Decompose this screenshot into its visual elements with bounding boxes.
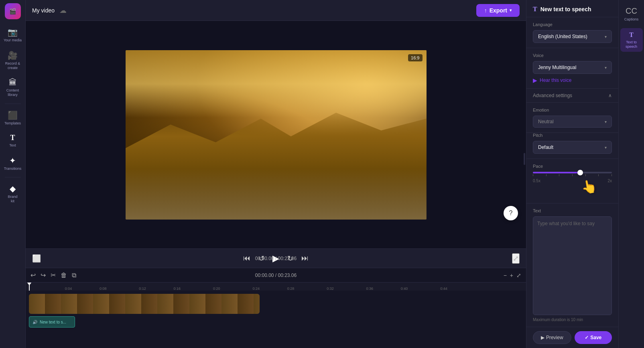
pace-slider-labels: 0.5x 2x	[533, 179, 612, 183]
fullscreen-button[interactable]: ⤢	[512, 253, 520, 264]
export-button[interactable]: ↑ Export ▾	[476, 4, 520, 17]
tts-track-label: New text to s...	[40, 320, 66, 324]
sidebar-item-brand-kit[interactable]: ◆ Brandkit	[2, 181, 24, 207]
emotion-label: Emotion	[533, 108, 612, 112]
pace-slider-container: 0.5x 2x	[533, 172, 612, 183]
timeline-toolbar: ↩ ↪ ✂ 🗑 ⧉ 00:00.00 / 00:23.06 − + ⤢	[26, 268, 526, 283]
undo-button[interactable]: ↩	[30, 271, 36, 279]
zoom-out-button[interactable]: −	[504, 272, 507, 279]
pace-slider-fill	[533, 172, 580, 173]
preview-icon: ▶	[541, 335, 544, 340]
help-button[interactable]: ?	[504, 206, 518, 220]
aspect-ratio-badge: 16:9	[408, 54, 422, 61]
sidebar-item-label: Record &create	[5, 61, 20, 70]
video-track-thumbnails	[29, 294, 260, 314]
delete-button[interactable]: 🗑	[61, 272, 67, 279]
voice-section: Voice Jenny Multilingual ▾ ▶ Hear this v…	[526, 48, 618, 89]
advanced-settings-chevron-icon: ∧	[608, 93, 612, 98]
save-checkmark-icon: ✓	[585, 335, 589, 340]
time-display: 00:00.00 / 00:23.06	[255, 256, 297, 261]
pitch-label: Pitch	[533, 133, 612, 138]
current-time: 00:00.00	[255, 256, 274, 261]
sidebar-item-your-media[interactable]: 📷 Your media	[2, 24, 24, 46]
video-preview[interactable]: 16:9	[126, 50, 427, 220]
hear-voice-button[interactable]: ▶ Hear this voice	[533, 77, 571, 83]
sidebar-item-transitions[interactable]: ✦ Transitions	[2, 153, 24, 174]
panel-header: T New text to speech	[526, 0, 618, 17]
text-label: Text	[533, 208, 612, 213]
sidebar-item-label: Your media	[4, 38, 22, 43]
sidebar-divider	[5, 104, 21, 104]
cut-button[interactable]: ✂	[51, 271, 56, 279]
captions-item[interactable]: CC Captions	[623, 3, 640, 25]
record-create-icon: 🎥	[8, 51, 18, 60]
app-logo[interactable]: 🎬	[5, 3, 21, 19]
preview-button[interactable]: ▶ Preview	[533, 331, 571, 344]
pitch-dropdown[interactable]: Default ▾	[533, 141, 612, 154]
voice-dropdown-arrow-icon: ▾	[605, 65, 607, 70]
language-section: Language English (United States) ▾	[526, 17, 618, 48]
sidebar-item-label: Templates	[4, 121, 21, 126]
skip-back-button[interactable]: ⏮	[243, 254, 250, 263]
pace-section: Pace 0.5x 2x 👆	[526, 159, 618, 204]
ruler-tick: 0:44	[440, 287, 447, 291]
text-input[interactable]	[533, 216, 612, 315]
video-track[interactable]	[29, 294, 260, 314]
brand-kit-icon: ◆	[10, 184, 16, 193]
ruler-tick: 0:04	[65, 287, 72, 291]
subtitles-icon[interactable]: ⬜	[32, 254, 41, 263]
sidebar-item-label: Brandkit	[8, 195, 17, 204]
playback-bar: ⬜ ⏮ ↺ ▶ ↻ ⏭ 00:00.00 / 00:23.06 ⤢	[26, 248, 526, 268]
pace-max-label: 2x	[607, 179, 612, 183]
pace-slider-track	[533, 172, 612, 173]
save-label: Save	[590, 335, 601, 340]
sidebar-item-text[interactable]: T Text	[2, 130, 24, 151]
fit-button[interactable]: ⤢	[516, 272, 521, 279]
sidebar-item-label: Contentlibrary	[6, 88, 19, 97]
sidebar-item-record-create[interactable]: 🎥 Record &create	[2, 47, 24, 73]
pitch-selected: Default	[538, 144, 553, 150]
emotion-section: Emotion Neutral ▾	[526, 103, 618, 133]
save-button[interactable]: ✓ Save	[575, 331, 612, 344]
sidebar-divider-2	[5, 177, 21, 177]
preview-label: Preview	[546, 335, 563, 340]
timeline-time: 00:00.00 / 00:23.06	[255, 273, 297, 278]
timeline-area: ↩ ↪ ✂ 🗑 ⧉ 00:00.00 / 00:23.06 − + ⤢ 0:04…	[26, 268, 526, 348]
captions-label: Captions	[624, 17, 639, 22]
total-time: 00:23.06	[278, 256, 297, 261]
voice-dropdown[interactable]: Jenny Multilingual ▾	[533, 61, 612, 74]
duplicate-button[interactable]: ⧉	[72, 272, 76, 279]
pace-min-label: 0.5x	[533, 179, 540, 183]
timeline-ruler: 0:04 0:08 0:12 0:16 0:20 0:24 0:28 0:32 …	[26, 283, 526, 291]
tts-sidebar-item[interactable]: T Text tospeech	[620, 28, 643, 52]
panel-header-icon: T	[533, 6, 537, 13]
advanced-settings-toggle[interactable]: Advanced settings ∧	[526, 89, 618, 103]
language-dropdown[interactable]: English (United States) ▾	[533, 30, 612, 43]
sidebar-item-templates[interactable]: ⬛ Templates	[2, 107, 24, 129]
text-icon: T	[10, 134, 15, 142]
emotion-dropdown[interactable]: Neutral ▾	[533, 116, 612, 128]
sidebar: 🎬 📷 Your media 🎥 Record &create 🏛 Conten…	[0, 0, 26, 348]
skip-forward-button[interactable]: ⏭	[301, 254, 309, 263]
pace-slider-thumb[interactable]	[577, 170, 583, 175]
language-selected: English (United States)	[538, 34, 587, 39]
ruler-tick: 0:24	[252, 287, 260, 291]
project-title[interactable]: My video	[32, 7, 55, 14]
sidebar-item-content-library[interactable]: 🏛 Contentlibrary	[2, 75, 24, 100]
panel-title: New text to speech	[540, 6, 591, 12]
content-library-icon: 🏛	[9, 78, 17, 87]
playhead[interactable]	[29, 283, 30, 291]
emotion-dropdown-arrow-icon: ▾	[605, 120, 607, 124]
your-media-icon: 📷	[8, 27, 18, 37]
audio-tts-track[interactable]: 🔊 New text to s...	[29, 316, 75, 328]
tts-icon: T	[629, 31, 634, 39]
zoom-in-button[interactable]: +	[510, 272, 513, 279]
redo-button[interactable]: ↪	[41, 271, 46, 279]
ruler-tick: 0:32	[327, 287, 334, 291]
ruler-tick: 0:28	[287, 287, 295, 291]
timeline-zoom-controls: − + ⤢	[504, 272, 521, 279]
language-dropdown-arrow-icon: ▾	[605, 35, 607, 39]
cloud-save-icon[interactable]: ☁	[59, 6, 67, 15]
advanced-settings-label: Advanced settings	[533, 93, 572, 98]
ruler-tick: 0:36	[366, 287, 374, 291]
